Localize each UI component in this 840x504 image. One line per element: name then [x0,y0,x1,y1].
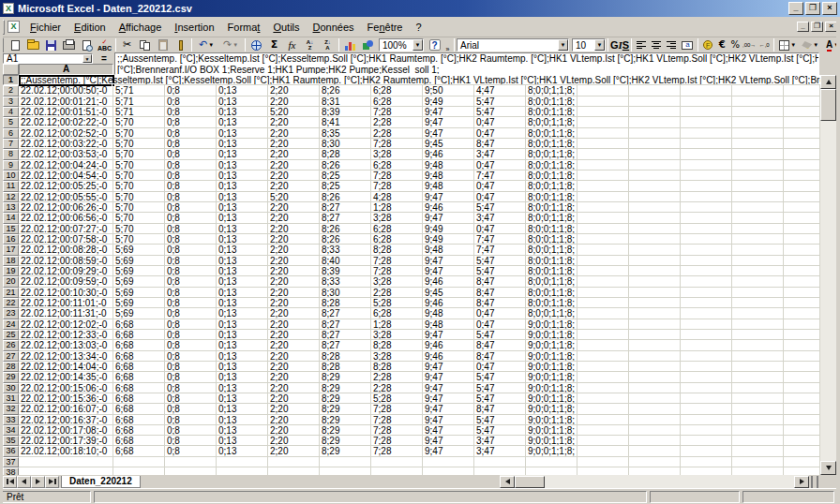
cell[interactable] [578,288,629,298]
cell[interactable] [629,467,681,475]
cell[interactable] [784,351,820,362]
cell[interactable]: 0;13 [217,139,268,149]
cell[interactable] [578,383,629,393]
cell[interactable] [681,85,732,96]
cell[interactable]: 6;28 [371,308,423,319]
cell[interactable]: 0;47 [474,160,526,170]
cell[interactable]: 9;49 [423,96,474,107]
row-header-20[interactable]: 20 [3,276,19,287]
cell[interactable]: 22.02.12;00:05:55;-0 [19,192,113,202]
cell[interactable] [784,234,820,245]
cell[interactable]: 9;49 [423,234,474,245]
cell[interactable]: 9;45 [423,288,474,298]
cell[interactable]: 22.02.12;00:08:28;-0 [19,245,113,255]
cell[interactable] [732,372,784,382]
cell[interactable]: 8;28 [371,362,423,372]
cell[interactable]: 8;28 [371,245,423,255]
cell[interactable] [578,181,629,191]
cell[interactable] [629,415,681,425]
cell-a1-overflow-text[interactable]: ;;Aussentemp. [°C];Kesseltemp.Ist [°C];K… [19,75,820,85]
cell[interactable]: 2;20 [268,319,320,330]
cell[interactable] [681,213,732,223]
font-size-combobox[interactable]: 10 ▼ [572,38,606,52]
cell[interactable]: 2;20 [268,202,320,213]
undo-button[interactable]: ↶▼ [194,37,218,52]
cell[interactable]: 2;20 [268,415,320,425]
cell[interactable] [629,372,681,382]
cell[interactable] [19,457,113,467]
cell[interactable]: 9;0;0;1;1;8; [526,319,578,330]
cell[interactable] [732,351,784,362]
cell[interactable]: 8;25 [320,170,371,181]
cell[interactable]: 0;13 [217,298,268,308]
cell[interactable]: 8;29 [320,393,371,404]
menu-item-donnes[interactable]: Données [307,20,361,35]
cell[interactable] [784,446,820,456]
cell[interactable]: 3;28 [371,351,423,362]
cell[interactable]: 0;47 [474,117,526,127]
cell[interactable]: 0;8 [165,446,217,456]
cell[interactable]: 9;46 [423,351,474,362]
cell[interactable]: 5;70 [113,170,165,181]
cell[interactable]: 9;47 [423,330,474,340]
cell[interactable] [578,234,629,245]
cell[interactable]: 3;47 [474,446,526,456]
cell[interactable]: 8;29 [320,383,371,393]
cell[interactable]: 6;68 [113,446,165,456]
cell[interactable]: 6;68 [113,340,165,350]
cell[interactable] [732,149,784,159]
cell[interactable]: 0;13 [217,224,268,234]
cell[interactable]: 9;46 [423,276,474,287]
fill-color-button[interactable]: ▼ [799,37,821,52]
cell[interactable]: 9;48 [423,308,474,319]
cell[interactable] [732,213,784,223]
cell[interactable]: 22.02.12;00:16:37;-0 [19,415,113,425]
cell[interactable]: 0;8 [165,266,217,276]
cell[interactable]: 5;71 [113,107,165,117]
cell[interactable]: 6;68 [113,372,165,382]
cell[interactable]: 9;0;0;1;1;8; [526,415,578,425]
cell[interactable]: 6;68 [113,330,165,340]
cell[interactable] [629,298,681,308]
cell[interactable]: 8;0;0;1;1;8; [526,276,578,287]
cell[interactable]: 2;20 [268,404,320,414]
cell[interactable]: 2;20 [268,393,320,404]
cell[interactable]: 9;47 [423,446,474,456]
cell[interactable]: 0;8 [165,436,217,446]
cell[interactable]: 6;68 [113,415,165,425]
cell[interactable]: 0;8 [165,362,217,372]
cell[interactable]: 0;8 [165,192,217,202]
cell[interactable]: 8;0;0;1;1;8; [526,308,578,319]
drawing-button[interactable] [359,37,377,52]
cell[interactable] [784,372,820,382]
cell[interactable]: 0;8 [165,224,217,234]
cell[interactable]: 0;13 [217,96,268,107]
cell[interactable] [732,192,784,202]
cell[interactable]: 8;29 [320,425,371,436]
cell[interactable]: 22.02.12;00:16:07;-0 [19,404,113,414]
row-header-28[interactable]: 28 [3,362,19,372]
horizontal-scrollbar[interactable] [500,475,809,488]
cell[interactable]: 7;47 [474,170,526,181]
cell[interactable]: 0;13 [217,436,268,446]
cell[interactable]: 2;20 [268,170,320,181]
cell[interactable] [784,276,820,287]
cell[interactable]: 9;0;0;1;1;8; [526,404,578,414]
cell[interactable] [681,266,732,276]
cell[interactable] [629,276,681,287]
cell[interactable]: 0;47 [474,224,526,234]
row-header-15[interactable]: 15 [3,224,19,234]
cell[interactable]: 22.02.12;00:00:50;-0 [19,85,113,96]
cell[interactable] [371,467,423,475]
cell[interactable] [732,319,784,330]
cell[interactable]: 0;8 [165,404,217,414]
chevron-down-icon[interactable]: ▼ [594,39,605,51]
cell[interactable] [784,393,820,404]
cell[interactable] [578,457,629,467]
cell[interactable] [732,96,784,107]
cell[interactable] [732,245,784,255]
chevron-down-icon[interactable]: ▼ [558,39,568,51]
cell[interactable]: 9;0;0;1;1;8; [526,393,578,404]
vertical-scrollbar[interactable] [820,75,836,475]
cell[interactable]: 2;20 [268,128,320,139]
